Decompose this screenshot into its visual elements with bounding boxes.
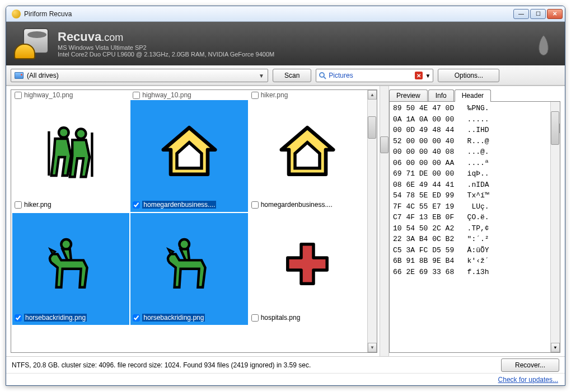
hex-scrollbar[interactable]: ▲ ▼ bbox=[550, 102, 560, 352]
recuva-logo bbox=[13, 27, 52, 60]
system-line-2: Intel Core2 Duo CPU L9600 @ 2.13GHz, 2.0… bbox=[58, 51, 274, 58]
tab-preview[interactable]: Preview bbox=[389, 89, 428, 102]
file-label[interactable]: homegardenbusiness.... bbox=[251, 200, 364, 210]
main-area: highway_10.pnghighway_10.pnghiker.png hi… bbox=[6, 86, 565, 356]
chevron-down-icon: ▼ bbox=[259, 73, 264, 79]
file-item[interactable]: homegardenbusiness.... bbox=[130, 100, 247, 212]
file-checkbox[interactable] bbox=[251, 314, 259, 322]
scroll-down-button[interactable]: ▼ bbox=[368, 343, 377, 352]
file-label[interactable]: hiker.png bbox=[15, 200, 127, 210]
tab-info[interactable]: Info bbox=[428, 89, 454, 102]
file-thumbnail bbox=[15, 215, 127, 313]
pear-icon bbox=[532, 29, 555, 58]
file-checkbox[interactable] bbox=[133, 201, 140, 209]
file-thumbnail bbox=[251, 215, 364, 313]
scroll-down-button[interactable]: ▼ bbox=[551, 343, 560, 352]
filter-text: Pictures bbox=[329, 72, 415, 79]
brand-name: Recuva bbox=[58, 30, 101, 44]
file-name: horsebackriding.png bbox=[24, 314, 87, 322]
file-list-pane: highway_10.pnghighway_10.pnghiker.png hi… bbox=[11, 89, 377, 353]
file-label[interactable]: horsebackriding.png bbox=[15, 313, 127, 323]
svg-point-0 bbox=[320, 73, 324, 77]
file-thumbnail bbox=[133, 215, 245, 313]
statusbar: NTFS, 20.8 GB. cluster size: 4096. file … bbox=[6, 356, 565, 373]
tab-header[interactable]: Header bbox=[455, 89, 491, 102]
scroll-thumb[interactable] bbox=[380, 136, 389, 153]
splitter-scrollbar[interactable] bbox=[380, 86, 389, 356]
system-line-1: MS Windows Vista Ultimate SP2 bbox=[58, 44, 274, 51]
file-item[interactable]: hiker.png bbox=[12, 100, 129, 212]
app-icon bbox=[12, 10, 21, 18]
minimize-button[interactable]: — bbox=[513, 9, 529, 19]
search-icon bbox=[319, 72, 326, 79]
file-label-truncated[interactable]: highway_10.png bbox=[12, 91, 129, 99]
file-grid[interactable]: highway_10.pnghighway_10.pnghiker.png hi… bbox=[11, 90, 367, 352]
options-button[interactable]: Options... bbox=[438, 69, 499, 82]
side-pane: Preview Info Header 89 50 4E 47 0D ‰PNG.… bbox=[389, 89, 560, 353]
file-name: horsebackriding.png bbox=[142, 314, 205, 322]
recover-button[interactable]: Recover... bbox=[501, 358, 559, 372]
filter-input[interactable]: Pictures ✕ ▼ bbox=[316, 69, 433, 82]
tabs: Preview Info Header bbox=[389, 89, 560, 102]
scroll-up-button[interactable]: ▲ bbox=[368, 90, 377, 100]
window-title: Piriform Recuva bbox=[24, 10, 513, 18]
file-thumbnail bbox=[133, 102, 245, 200]
file-item[interactable]: horsebackriding.png bbox=[130, 213, 247, 325]
file-checkbox[interactable] bbox=[15, 201, 22, 209]
drive-label: (All drives) bbox=[27, 72, 259, 79]
toolbar: (All drives) ▼ Scan Pictures ✕ ▼ Options… bbox=[6, 65, 565, 86]
clear-filter-button[interactable]: ✕ bbox=[415, 72, 423, 79]
file-scrollbar[interactable]: ▲ ▼ bbox=[367, 90, 377, 352]
scroll-thumb[interactable] bbox=[551, 111, 559, 145]
file-label-truncated[interactable]: hiker.png bbox=[249, 91, 366, 99]
file-checkbox[interactable] bbox=[251, 201, 259, 209]
maximize-button[interactable]: ☐ bbox=[530, 9, 546, 19]
app-window: Piriform Recuva — ☐ ✕ Recuva.com MS Wind… bbox=[6, 6, 565, 386]
file-name: hiker.png bbox=[24, 201, 52, 209]
file-label[interactable]: homegardenbusiness.... bbox=[133, 200, 245, 210]
titlebar[interactable]: Piriform Recuva — ☐ ✕ bbox=[6, 6, 565, 22]
file-item[interactable]: hospitals.png bbox=[249, 213, 366, 325]
banner: Recuva.com MS Windows Vista Ultimate SP2… bbox=[6, 22, 565, 65]
brand-suffix: .com bbox=[101, 32, 123, 43]
check-updates-link[interactable]: Check for updates... bbox=[498, 376, 558, 384]
file-name: hospitals.png bbox=[261, 314, 301, 322]
file-label[interactable]: horsebackriding.png bbox=[133, 313, 245, 323]
file-checkbox[interactable] bbox=[133, 314, 140, 322]
file-thumbnail bbox=[251, 102, 364, 200]
file-name: homegardenbusiness.... bbox=[142, 201, 216, 209]
file-item[interactable]: homegardenbusiness.... bbox=[249, 100, 366, 212]
file-label[interactable]: hospitals.png bbox=[251, 313, 364, 323]
hex-view[interactable]: 89 50 4E 47 0D ‰PNG. 0A 1A 0A 00 00 ....… bbox=[389, 101, 560, 353]
file-name: homegardenbusiness.... bbox=[261, 201, 333, 209]
file-label-truncated[interactable]: highway_10.png bbox=[130, 91, 247, 99]
file-thumbnail bbox=[15, 102, 127, 200]
drive-selector[interactable]: (All drives) ▼ bbox=[11, 69, 268, 82]
file-checkbox[interactable] bbox=[15, 314, 22, 322]
svg-line-1 bbox=[324, 77, 326, 79]
scan-button[interactable]: Scan bbox=[273, 69, 311, 82]
file-item[interactable]: horsebackriding.png bbox=[12, 213, 129, 325]
status-text: NTFS, 20.8 GB. cluster size: 4096. file … bbox=[12, 361, 495, 369]
scroll-thumb[interactable] bbox=[368, 116, 376, 139]
chevron-down-icon[interactable]: ▼ bbox=[425, 73, 430, 79]
footer: Check for updates... bbox=[6, 373, 565, 385]
close-button[interactable]: ✕ bbox=[547, 9, 563, 19]
drive-icon bbox=[15, 72, 24, 79]
